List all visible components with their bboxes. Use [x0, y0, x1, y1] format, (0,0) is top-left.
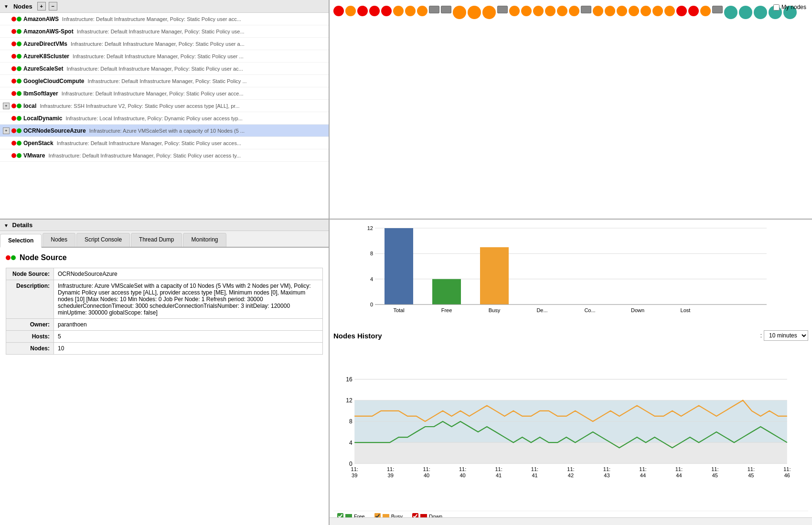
node-circle[interactable] — [617, 6, 627, 16]
details-collapse-icon[interactable]: ▼ — [4, 223, 9, 228]
node-circle[interactable] — [557, 6, 567, 16]
node-name: AmazonAWS-Spot — [23, 28, 74, 35]
svg-text:39: 39 — [352, 472, 357, 478]
node-item[interactable]: IbmSoftlayer Infrastructure: Default Inf… — [0, 87, 329, 100]
field-label: Nodes: — [6, 343, 54, 355]
tab-selection[interactable]: Selection — [0, 234, 42, 248]
node-circle[interactable] — [405, 6, 416, 16]
node-circle[interactable] — [345, 6, 356, 16]
node-circle[interactable] — [333, 6, 344, 16]
dot-red-icon — [11, 66, 16, 71]
node-circle[interactable] — [357, 6, 368, 16]
svg-text:12: 12 — [346, 397, 353, 404]
node-circle[interactable] — [593, 6, 603, 16]
node-item[interactable]: GoogleCloudCompute Infrastructure: Defau… — [0, 75, 329, 87]
node-circle[interactable] — [739, 6, 752, 19]
time-select[interactable]: 10 minutes30 minutes1 hour6 hours — [764, 330, 808, 341]
node-name: OpenStack — [23, 140, 53, 147]
status-dots — [11, 29, 21, 34]
status-dots — [11, 17, 21, 21]
svg-text:11:: 11: — [783, 466, 791, 472]
node-circle[interactable] — [453, 6, 466, 19]
node-circle[interactable] — [468, 6, 481, 19]
dot-green-icon — [17, 153, 21, 158]
my-nodes-checkbox[interactable]: My nodes — [773, 4, 806, 10]
expand-btn[interactable]: + — [3, 127, 10, 134]
node-circles-area — [333, 4, 808, 19]
monitor-icon[interactable] — [712, 6, 723, 13]
status-dots — [11, 79, 21, 84]
node-circle[interactable] — [381, 6, 392, 16]
tab-monitoring[interactable]: Monitoring — [183, 233, 226, 247]
top-section: ▼ Nodes + − AmazonAWS Infrastructure: De… — [0, 0, 812, 220]
node-circle[interactable] — [545, 6, 556, 16]
node-item[interactable]: OpenStack Infrastructure: Default Infras… — [0, 137, 329, 149]
tab-script_console[interactable]: Script Console — [76, 233, 130, 247]
svg-rect-8 — [385, 228, 413, 304]
node-item[interactable]: AmazonAWS Infrastructure: Default Infras… — [0, 13, 329, 25]
node-desc: Infrastructure: Default Infrastructure M… — [61, 16, 241, 22]
monitor-icon[interactable] — [497, 6, 508, 13]
my-nodes-label: My nodes — [781, 4, 806, 10]
node-circle[interactable] — [652, 6, 663, 16]
node-circle[interactable] — [754, 6, 767, 19]
nodes-history-header: Nodes History : 10 minutes30 minutes1 ho… — [333, 330, 808, 341]
monitor-icon[interactable] — [441, 6, 451, 13]
node-circle[interactable] — [605, 6, 615, 16]
node-item[interactable]: +local Infrastructure: SSH Infrastructur… — [0, 100, 329, 112]
node-circle[interactable] — [664, 6, 675, 16]
node-desc: Infrastructure: Default Infrastructure M… — [60, 91, 244, 96]
node-circle[interactable] — [533, 6, 544, 16]
status-dots — [11, 104, 21, 108]
node-item[interactable]: AzureK8Scluster Infrastructure: Default … — [0, 50, 329, 63]
node-circle[interactable] — [393, 6, 404, 16]
field-value: OCRNodeSourceAzure — [54, 268, 323, 280]
scrollbar-area[interactable] — [330, 517, 812, 525]
node-item[interactable]: AmazonAWS-Spot Infrastructure: Default I… — [0, 25, 329, 38]
svg-text:4: 4 — [349, 440, 353, 446]
node-circle[interactable] — [700, 6, 711, 16]
nodes-panel-title: Nodes — [13, 3, 32, 10]
node-circle[interactable] — [641, 6, 651, 16]
monitor-icon[interactable] — [581, 6, 591, 13]
svg-text:43: 43 — [604, 472, 609, 478]
status-dots — [11, 66, 21, 71]
collapse-arrow-icon[interactable]: ▼ — [4, 4, 9, 9]
section-title: Node Source — [6, 253, 323, 262]
node-circle[interactable] — [569, 6, 579, 16]
tab-nodes[interactable]: Nodes — [43, 233, 75, 247]
status-dots — [11, 116, 21, 121]
expand-btn[interactable]: + — [3, 103, 10, 109]
monitor-icon[interactable] — [429, 6, 439, 13]
node-circle[interactable] — [676, 6, 687, 16]
node-circle[interactable] — [629, 6, 639, 16]
node-item[interactable]: +OCRNodeSourceAzure Infrastructure: Azur… — [0, 125, 329, 137]
node-circle[interactable] — [482, 6, 496, 19]
node-name: AzureK8Scluster — [23, 53, 69, 60]
node-desc: Infrastructure: Default Infrastructure M… — [55, 140, 241, 146]
field-label: Hosts: — [6, 331, 54, 343]
table-row: Node Source:OCRNodeSourceAzure — [6, 268, 323, 280]
node-circle[interactable] — [509, 6, 520, 16]
node-circle[interactable] — [417, 6, 427, 16]
node-circle[interactable] — [369, 6, 380, 16]
svg-text:Lost: Lost — [681, 307, 691, 313]
node-item[interactable]: AzureDirectVMs Infrastructure: Default I… — [0, 38, 329, 50]
svg-text:44: 44 — [676, 472, 682, 478]
my-nodes-input[interactable] — [773, 4, 780, 10]
field-label: Owner: — [6, 319, 54, 331]
node-item[interactable]: VMware Infrastructure: Default Infrastru… — [0, 149, 329, 162]
node-item[interactable]: LocalDynamic Infrastructure: Local Infra… — [0, 112, 329, 125]
svg-text:45: 45 — [712, 472, 718, 478]
node-circle[interactable] — [521, 6, 532, 16]
line-chart-area: 048121611:3911:3911:4011:4011:4111:4111:… — [333, 343, 808, 511]
add-node-button[interactable]: + — [37, 2, 46, 10]
svg-text:11:: 11: — [748, 466, 755, 472]
node-item[interactable]: AzureScaleSet Infrastructure: Default In… — [0, 63, 329, 75]
svg-rect-10 — [432, 279, 461, 304]
remove-node-button[interactable]: − — [49, 2, 57, 10]
node-circle[interactable] — [724, 6, 737, 19]
tab-thread_dump[interactable]: Thread Dump — [131, 233, 182, 247]
dot-red — [6, 255, 11, 260]
node-circle[interactable] — [688, 6, 699, 16]
